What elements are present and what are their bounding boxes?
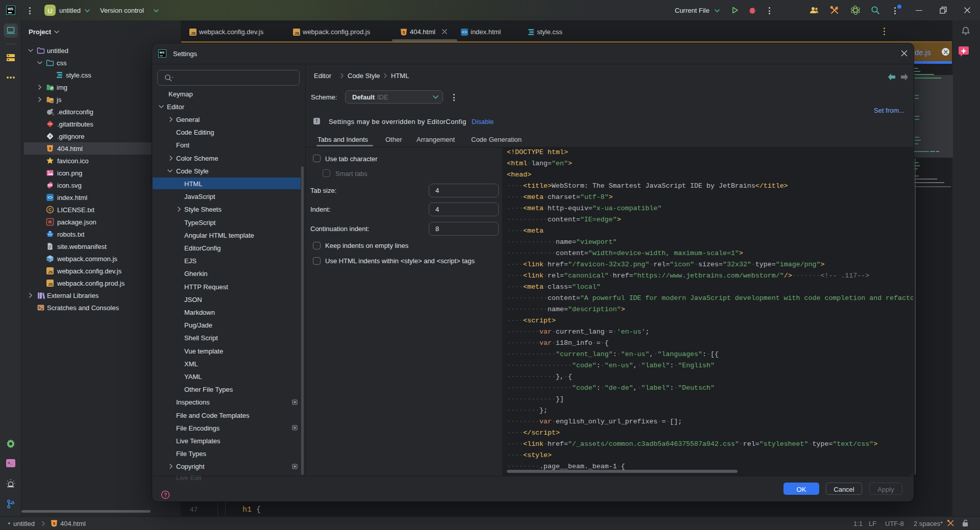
svg-text:5: 5 [49,146,52,151]
svg-text:JS: JS [48,270,53,274]
svg-text:C: C [48,207,52,212]
svg-text:5: 5 [403,30,405,35]
svg-text:JS: JS [48,282,53,287]
svg-text:<>: <> [47,195,53,200]
svg-text:JS: JS [50,100,54,103]
svg-text:?: ? [164,492,167,498]
svg-text:<>: <> [462,30,467,35]
svg-text:JS: JS [295,31,299,36]
svg-text:JS: JS [191,31,195,36]
svg-text:5: 5 [53,521,56,526]
svg-text:SVG: SVG [47,184,53,187]
